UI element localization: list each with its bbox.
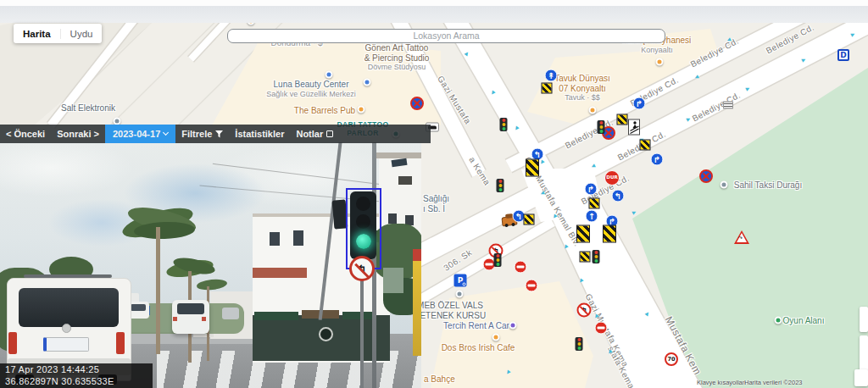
noentry-sign-icon[interactable] — [526, 280, 538, 292]
map-control-partial[interactable] — [854, 369, 868, 386]
location-search-input[interactable] — [227, 29, 665, 43]
next-button[interactable]: Sonraki > — [51, 125, 105, 143]
building-window — [270, 232, 280, 246]
blue-sign-icon[interactable]: ↱ — [633, 97, 646, 110]
note-square-icon — [326, 130, 333, 137]
poi-pin-icon[interactable] — [721, 181, 728, 189]
license-plate — [43, 337, 89, 352]
building-window — [388, 213, 397, 224]
poi-pin-icon[interactable] — [775, 317, 782, 324]
poi-label[interactable]: Luna Beauty CenterSağlık ve Güzellik Mer… — [266, 80, 356, 98]
chev-sign-icon[interactable] — [580, 252, 591, 263]
blue-sign-icon[interactable]: ↰ — [612, 190, 625, 202]
no-left-turn-sign: ↰ — [349, 256, 375, 281]
poi-label[interactable]: Dos Bros Irish Cafe — [442, 343, 515, 353]
statistics-button[interactable]: İstatistikler — [229, 125, 290, 143]
noentry-sign-icon[interactable] — [595, 322, 608, 335]
poi-pin-icon[interactable] — [589, 107, 597, 114]
poi-pin-icon[interactable] — [509, 322, 517, 330]
timestamp-text: 17 Apr 2023 14:44:25 — [5, 364, 147, 376]
date-picker-button[interactable]: 2023-04-17 — [105, 125, 175, 143]
chev-sign-icon[interactable] — [589, 198, 600, 209]
map-data-attribution: Harita verileri ©2023 — [744, 379, 802, 386]
filter-funnel-icon — [215, 130, 223, 138]
chev-sign-icon[interactable] — [524, 214, 535, 225]
blue-sign-icon[interactable]: ↟ — [545, 69, 558, 82]
filter-button[interactable]: Filtrele — [175, 125, 229, 143]
sedan-window — [177, 303, 204, 314]
white-car-window — [131, 304, 146, 311]
awning — [342, 312, 376, 319]
poi-label[interactable]: MEB ÖZEL VALSYETENEK KURSU — [415, 301, 486, 320]
gps-coords-text: 36.862897N 30.635533E — [5, 376, 147, 388]
light-sign-icon[interactable] — [500, 118, 508, 131]
dsign-sign-icon[interactable]: D — [837, 49, 849, 61]
poi-pin-icon[interactable] — [326, 71, 333, 79]
nostop-sign-icon[interactable] — [699, 169, 713, 183]
light-sign-icon[interactable] — [494, 253, 502, 267]
noleft-sign-icon[interactable]: ↰ — [577, 303, 592, 318]
nostop-sign-icon[interactable] — [410, 97, 424, 110]
app-window: Gazi Mustafaa KemaGazi Mustafa Kemal Blv… — [0, 0, 868, 388]
poi-label[interactable]: Sahil Taksi Durağı — [734, 180, 802, 191]
blue-sign-icon[interactable]: ↱ — [585, 183, 598, 196]
palm-trunk — [156, 227, 160, 354]
map-control-partial[interactable] — [860, 307, 868, 332]
poi-pin-icon[interactable] — [364, 79, 371, 86]
chev-sign-icon[interactable] — [542, 83, 553, 94]
s70-sign-icon[interactable]: 70 — [665, 352, 678, 366]
light-sign-icon[interactable] — [497, 179, 504, 192]
poi-pin-icon[interactable] — [456, 291, 464, 298]
yellow-pole-sign — [413, 249, 421, 261]
notes-button[interactable]: Notlar — [290, 125, 339, 143]
top-gray-band — [0, 6, 868, 23]
top-white-band — [0, 0, 868, 6]
noentry-sign-icon[interactable] — [515, 261, 527, 274]
chev-sign-icon[interactable] — [640, 140, 651, 151]
blue-sign-icon[interactable]: ↱ — [651, 153, 664, 166]
poi-label[interactable]: Tavuk Dünyası07 KonyaaltıTavuk · $$ — [554, 74, 610, 102]
previous-button[interactable]: < Önceki — [0, 125, 51, 143]
van-rear-window — [19, 288, 119, 327]
poi-label[interactable]: Sağlığıı Sb. İ — [423, 194, 449, 213]
poi-label[interactable]: Oyun Alanı — [783, 316, 825, 326]
chevB-sign-icon[interactable] — [603, 225, 616, 243]
distant-silver-car — [222, 308, 239, 319]
utility-cabinet — [383, 268, 403, 293]
light-sign-icon[interactable] — [593, 250, 600, 263]
cross-sign-icon[interactable] — [628, 119, 640, 136]
dur-sign-icon[interactable]: DUR — [604, 170, 620, 186]
building-roof — [376, 152, 421, 158]
chevB-sign-icon[interactable] — [526, 159, 539, 177]
street-photo-panel[interactable]: ↰ 17 Apr 2023 14:44:25 36.862897N 30.635… — [0, 142, 421, 388]
poi-pin-icon[interactable] — [492, 334, 500, 341]
warntri-sign-icon[interactable]: ↷ — [734, 230, 749, 244]
keyboard-shortcuts-link[interactable]: Klavye kısayolları — [697, 379, 746, 386]
photo-toolbar: < Önceki Sonraki > 2023-04-17 Filtrele İ… — [0, 125, 431, 143]
poi-pin-icon[interactable] — [358, 106, 365, 114]
search-bar — [227, 27, 665, 42]
chevB-sign-icon[interactable] — [576, 225, 590, 243]
pdis-sign-icon[interactable]: P — [454, 274, 467, 287]
poi-label[interactable]: Tercih Rent A Car — [443, 321, 509, 331]
timestamp-overlay: 17 Apr 2023 14:44:25 36.862897N 30.63553… — [0, 363, 153, 388]
poi-label[interactable]: The Barrels Pub — [294, 106, 355, 116]
map-type-satellite-button[interactable]: Uydu — [60, 29, 103, 39]
van-taillight — [8, 332, 17, 354]
light-sign-icon[interactable] — [576, 337, 583, 351]
plate-sign-icon[interactable] — [723, 102, 733, 109]
yellow-pole-sign — [413, 261, 421, 356]
awning — [254, 312, 298, 320]
sedan-brake-light — [202, 317, 206, 321]
poi-pin-icon[interactable] — [656, 58, 664, 66]
building-window — [293, 230, 303, 246]
chev-sign-icon[interactable] — [617, 114, 628, 125]
map-type-map-button[interactable]: Harita — [14, 29, 60, 39]
chevron-down-icon — [163, 130, 169, 136]
poi-label[interactable]: Gönen Art Tattoo& Piercing StudioDövme S… — [364, 43, 430, 71]
attic-window — [398, 176, 412, 185]
poi-label[interactable]: Salt Elektronik — [61, 103, 115, 114]
poi-label[interactable]: a Bahçe — [424, 374, 455, 385]
light-sign-icon[interactable] — [598, 120, 605, 134]
blue-sign-icon[interactable]: ↑ — [586, 210, 598, 223]
